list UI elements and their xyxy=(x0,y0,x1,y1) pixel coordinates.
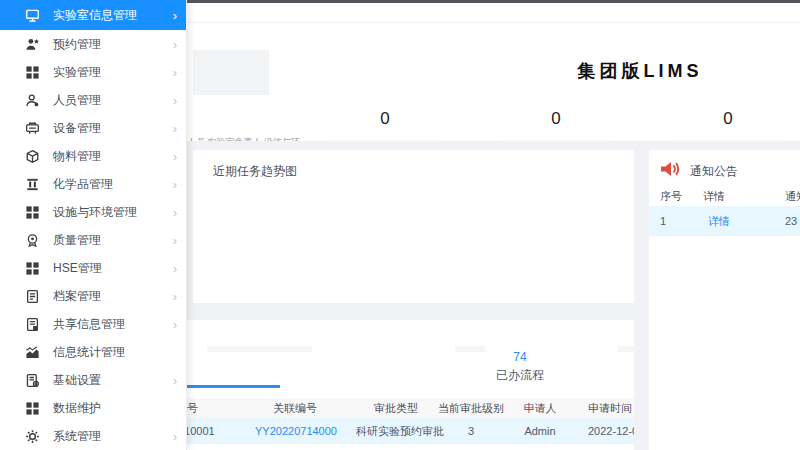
chevron-right-icon xyxy=(173,150,177,163)
approval-table-header: 号 关联编号 审批类型 当前审批级别 申请人 申请时间 xyxy=(150,398,634,418)
tab-count: 74 xyxy=(475,350,565,364)
notice-table-header: 序号 详情 通知标题 xyxy=(649,186,800,207)
package-icon xyxy=(25,149,40,164)
sidebar-item-reservation[interactable]: 预约管理 xyxy=(0,30,186,58)
notice-col-title: 通知标题 xyxy=(785,189,800,204)
sidebar-item-personnel[interactable]: 人员管理 xyxy=(0,86,186,114)
person-icon xyxy=(25,93,40,108)
col-header-related-no: 关联编号 xyxy=(255,401,335,416)
col-header-no: 号 xyxy=(187,401,198,416)
chevron-right-icon xyxy=(173,262,177,275)
sidebar-item-basic-settings[interactable]: 基础设置 xyxy=(0,366,186,394)
cell-type: 科研实验预约审批 xyxy=(356,424,436,439)
chevron-right-icon xyxy=(173,66,177,79)
grid-icon xyxy=(25,205,40,220)
chevron-right-icon xyxy=(173,122,177,135)
cell-apply-time: 2022-12-01 xyxy=(588,425,634,437)
chevron-right-icon xyxy=(173,374,177,387)
grid-icon xyxy=(25,65,40,80)
sidebar-item-lab-info[interactable]: 实验室信息管理 xyxy=(0,0,186,30)
reservation-person-star-icon xyxy=(25,37,40,52)
sidebar-item-quality[interactable]: 质量管理 xyxy=(0,226,186,254)
app-title: 集团版LIMS xyxy=(490,59,790,83)
approval-table-row[interactable]: 010001 YY20220714000 科研实验预约审批 3 Admin 20… xyxy=(150,418,634,444)
grid-icon xyxy=(25,401,40,416)
tab-label: 我的申请 xyxy=(633,368,634,382)
cell-level: 3 xyxy=(431,425,511,437)
stat-value: 0 xyxy=(310,109,460,129)
file-gear-icon xyxy=(25,373,40,388)
file-icon xyxy=(25,289,40,304)
notice-table-row[interactable]: 1 详情 23 xyxy=(649,206,800,236)
sidebar-item-data-maintenance[interactable]: 数据维护 xyxy=(0,394,186,422)
sidebar-item-material[interactable]: 物料管理 xyxy=(0,142,186,170)
col-header-level: 当前审批级别 xyxy=(431,401,511,416)
chevron-right-icon xyxy=(173,94,177,107)
chevron-right-icon xyxy=(173,430,177,443)
notice-title: 通知公告 xyxy=(690,163,738,180)
tab-label: 已办流程 xyxy=(475,368,565,382)
sidebar-item-shared-info[interactable]: 共享信息管理 xyxy=(0,310,186,338)
col-header-apply-time: 申请时间 xyxy=(588,401,634,416)
chevron-right-icon xyxy=(173,38,177,51)
tab-done-processes[interactable]: 74 已办流程 xyxy=(475,350,565,382)
grid-icon xyxy=(25,261,40,276)
chevron-right-icon xyxy=(173,318,177,331)
sidebar-item-equipment[interactable]: 设备管理 xyxy=(0,114,186,142)
chevron-right-icon xyxy=(173,9,177,22)
notice-detail-link[interactable]: 详情 xyxy=(708,214,730,229)
col-header-applicant: 申请人 xyxy=(500,401,580,416)
stats-chart-icon xyxy=(25,345,40,360)
file-text-icon xyxy=(25,317,40,332)
monitor-icon xyxy=(25,8,40,23)
tab-count: 41 xyxy=(633,350,634,364)
cell-applicant: Admin xyxy=(500,425,580,437)
chevron-right-icon xyxy=(173,234,177,247)
process-card: 74 已办流程 41 我的申请 号 关联编号 审批类型 当前审批级别 申请人 申… xyxy=(150,320,634,450)
megaphone-icon xyxy=(657,157,681,181)
sidebar-item-system[interactable]: 系统管理 xyxy=(0,422,186,450)
sidebar-item-experiment[interactable]: 实验管理 xyxy=(0,58,186,86)
quality-badge-icon xyxy=(25,233,40,248)
notice-cell-title: 23 xyxy=(785,215,797,227)
device-icon xyxy=(25,121,40,136)
sidebar-item-archive[interactable]: 档案管理 xyxy=(0,282,186,310)
col-header-type: 审批类型 xyxy=(356,401,436,416)
pillar-icon xyxy=(25,177,40,192)
active-tab-underline xyxy=(186,385,280,388)
chevron-right-icon xyxy=(173,290,177,303)
chevron-right-icon xyxy=(173,206,177,219)
notice-col-detail: 详情 xyxy=(703,189,725,204)
gear-icon xyxy=(25,429,40,444)
cell-related-no-link[interactable]: YY20220714000 xyxy=(255,425,335,437)
sidebar-item-hse[interactable]: HSE管理 xyxy=(0,254,186,282)
sidebar-item-facility-env[interactable]: 设施与环境管理 xyxy=(0,198,186,226)
tab-my-applications[interactable]: 41 我的申请 xyxy=(633,350,634,382)
stat-value: 0 xyxy=(481,109,631,129)
chevron-right-icon xyxy=(173,178,177,191)
sidebar-item-info-stats[interactable]: 信息统计管理 xyxy=(0,338,186,366)
skeleton-strip xyxy=(618,346,634,352)
trend-chart-card: 近期任务趋势图 xyxy=(193,150,634,303)
sidebar-item-chemical[interactable]: 化学品管理 xyxy=(0,170,186,198)
notice-card: 通知公告 序号 详情 通知标题 1 详情 23 xyxy=(649,150,800,450)
notice-col-no: 序号 xyxy=(660,189,682,204)
skeleton-strip xyxy=(207,346,312,352)
notice-cell-no: 1 xyxy=(660,215,666,227)
avatar-placeholder xyxy=(193,50,269,95)
trend-chart-title: 近期任务趋势图 xyxy=(213,163,297,180)
stat-value: 0 xyxy=(653,109,800,129)
sidebar: 实验室信息管理 预约管理 实验管理 人员管理 xyxy=(0,0,187,450)
